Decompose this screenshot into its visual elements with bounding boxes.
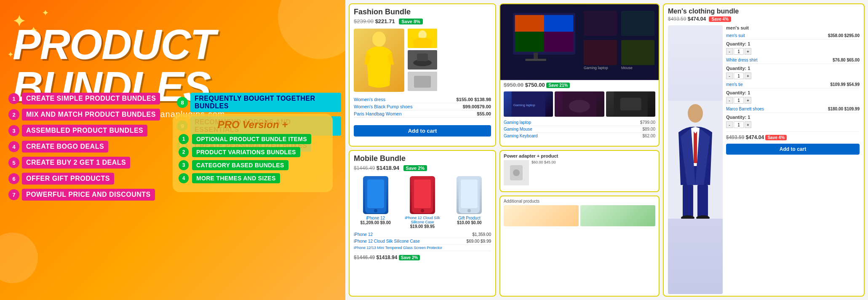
- fashion-old-price: $239.00: [354, 18, 374, 24]
- qty-minus-4[interactable]: -: [726, 121, 733, 128]
- qty-minus-3[interactable]: -: [726, 97, 733, 104]
- suit-product-row-1: men's suit $358.00 $295.00: [726, 32, 860, 40]
- feature-num-5: 5: [8, 157, 19, 168]
- svg-point-36: [569, 100, 590, 112]
- mobile-list-row-2: iPhone 12 Cloud Silk Silicone Case $69.0…: [354, 238, 491, 245]
- qty-minus-1[interactable]: -: [726, 48, 733, 55]
- feature-num-6: 6: [8, 173, 19, 184]
- gaming-thumb-3: [606, 91, 655, 117]
- mobile-product-3: Gift Product $10.00 $0.00: [448, 176, 491, 229]
- fashion-price-bar: $239.00 $221.71 Save 8%: [350, 18, 495, 26]
- screenshot-col-2: Gaming laptop Mouse $950.00 $750.00 Save…: [499, 3, 660, 297]
- power-adapter-label: Power adapter + product: [504, 153, 655, 158]
- mobile-product-list: iPhone 12 $1,359.00 iPhone 12 Cloud Silk…: [350, 231, 495, 251]
- svg-rect-27: [584, 11, 617, 36]
- svg-rect-10: [367, 179, 384, 208]
- pro-item-1: 1 OPTIONAL PRODUCT BUNDLE ITEMS: [179, 134, 327, 144]
- svg-rect-23: [515, 32, 544, 51]
- extra-product-2: [580, 205, 655, 226]
- suit-add-to-cart[interactable]: Add to cart: [726, 144, 860, 155]
- feature-num-7: 7: [8, 189, 19, 200]
- svg-rect-46: [683, 185, 693, 217]
- gaming-main-image: Gaming laptop Mouse: [500, 4, 659, 80]
- feature-label-2: MIX AND MATCH PRODUCT BUNDLES: [22, 109, 160, 121]
- svg-rect-21: [515, 15, 544, 32]
- gaming-panel-inner: Gaming laptop Mouse $950.00 $750.00 Save…: [500, 4, 659, 146]
- svg-rect-45: [694, 129, 697, 163]
- iphone-red-image: [410, 176, 435, 214]
- gaming-product-rows: Gaming laptop $799.00 Gaming Mouse $89.0…: [500, 118, 659, 140]
- fashion-add-to-cart[interactable]: Add to cart: [350, 123, 495, 139]
- suit-new-price: $474.04: [688, 16, 706, 22]
- svg-rect-25: [534, 53, 538, 59]
- feature-num-2: 2: [8, 109, 19, 120]
- feature-item-7: 7 POWERFUL PRICE AND DISCOUNTS: [8, 189, 173, 201]
- pro-num-4: 4: [179, 173, 189, 183]
- mobile-list-row-3: iPhone 12/13 Mini Tempered Glass Screen …: [354, 245, 491, 251]
- gaming-bundle-panel: Gaming laptop Mouse $950.00 $750.00 Save…: [499, 3, 660, 147]
- svg-text:Gaming laptop: Gaming laptop: [513, 103, 536, 107]
- pro-num-3: 3: [179, 160, 189, 170]
- qty-plus-3[interactable]: +: [745, 97, 751, 104]
- qty-plus-2[interactable]: +: [745, 72, 751, 79]
- fashion-main-image: [354, 29, 404, 92]
- svg-rect-30: [621, 40, 654, 65]
- qty-plus-4[interactable]: +: [745, 121, 751, 128]
- suit-price-bar: $493.59 $474.04 Save 4%: [664, 16, 864, 24]
- mens-suit-panel: Men's clothing bundle $493.59 $474.04 Sa…: [663, 3, 865, 297]
- pro-version-box: PRO Version + 1 OPTIONAL PRODUCT BUNDLE …: [173, 114, 333, 192]
- fashion-thumb-2: [408, 50, 437, 70]
- pro-num-1: 1: [179, 134, 189, 144]
- fashion-badge: Save 8%: [399, 19, 423, 24]
- main-container: ✦ ✦ ✦ ✦ PRODUCT BUNDLES www.asanaplugins…: [0, 0, 868, 300]
- suit-panel-inner: Men's clothing bundle $493.59 $474.04 Sa…: [664, 4, 864, 296]
- qty-minus-2[interactable]: -: [726, 72, 733, 79]
- svg-text:Mouse: Mouse: [621, 66, 633, 70]
- suit-content: men's suit men's suit $358.00 $295.00 Qu…: [664, 24, 864, 296]
- svg-point-41: [513, 169, 520, 176]
- mobile-old-price: $1446.49: [354, 165, 375, 171]
- suit-product-row-3: men's tie $109.99 $54.99: [726, 81, 860, 88]
- feature-item-4: 4 CREATE BOGO DEALS: [8, 141, 173, 153]
- feature-item-2: 2 MIX AND MATCH PRODUCT BUNDLES: [8, 109, 173, 121]
- feature-label-7: POWERFUL PRICE AND DISCOUNTS: [22, 189, 155, 201]
- pro-item-4: 4 MORE THEMES AND SIZES: [179, 173, 327, 183]
- fashion-panel-inner: Fashion Bundle $239.00 $221.71 Save 8%: [350, 4, 495, 146]
- fashion-thumb-1: [408, 29, 437, 48]
- pro-version-title: PRO Version +: [179, 119, 327, 131]
- feature-item-3: 3 ASSEMBLED PRODUCT BUNDLES: [8, 125, 173, 137]
- extra-product-1: [504, 205, 579, 226]
- svg-rect-5: [417, 54, 428, 61]
- mobile-price-bar: $1446.49 $1418.94 Save 2%: [350, 165, 495, 174]
- screenshot-col-1: Fashion Bundle $239.00 $221.71 Save 8%: [349, 3, 496, 297]
- iphone-blue-image: [363, 176, 388, 214]
- features-area: 1 CREATE SIMPLE PRODUCT BUNDLES 2 MIX AN…: [8, 93, 341, 205]
- fashion-bundle-panel: Fashion Bundle $239.00 $221.71 Save 8%: [349, 3, 496, 147]
- fashion-thumbnails: [408, 29, 437, 92]
- pro-item-3: 3 CATEGORY BASED BUNDLES: [179, 160, 327, 170]
- fashion-new-price: $221.71: [375, 18, 395, 24]
- suit-product-list: men's suit men's suit $358.00 $295.00 Qu…: [726, 25, 860, 294]
- fashion-product-list: Women's dress $155.00 $138.98 Women's Bl…: [350, 94, 495, 119]
- extra-panel: Additional products: [499, 196, 660, 297]
- gaming-thumbs-row: Gaming laptop: [500, 90, 659, 118]
- screenshots-section: Fashion Bundle $239.00 $221.71 Save 8%: [345, 0, 868, 300]
- feature-item-1: 1 CREATE SIMPLE PRODUCT BUNDLES: [8, 93, 173, 104]
- power-adapter-image: [504, 160, 529, 185]
- mobile-products-row: iPhone 12 $1,209.00 $9.00 iPhone 12 Clou…: [350, 174, 495, 231]
- svg-text:Gaming laptop: Gaming laptop: [584, 66, 608, 70]
- pro-item-2: 2 PRODUCT VARIATIONS BUNDLES: [179, 147, 327, 157]
- suit-product-row-4: Marco Barrett shoes $180.00 $109.99: [726, 105, 860, 113]
- gaming-thumb-1: Gaming laptop: [504, 91, 553, 117]
- svg-rect-47: [697, 185, 708, 217]
- mens-suit-title: Men's clothing bundle: [664, 4, 864, 16]
- feature-label-1: CREATE SIMPLE PRODUCT BUNDLES: [22, 93, 160, 104]
- mobile-badge: Save 2%: [403, 165, 427, 171]
- qty-plus-1[interactable]: +: [745, 48, 751, 55]
- svg-point-11: [374, 209, 377, 212]
- fashion-product-row-1: Women's dress $155.00 $138.98: [354, 96, 491, 103]
- feature-num-3: 3: [8, 125, 19, 136]
- fashion-product-row-3: Paris Handbag Women $55.00: [354, 110, 491, 118]
- feature-label-4: CREATE BOGO DEALS: [22, 141, 108, 153]
- fashion-thumb-3: [408, 72, 437, 91]
